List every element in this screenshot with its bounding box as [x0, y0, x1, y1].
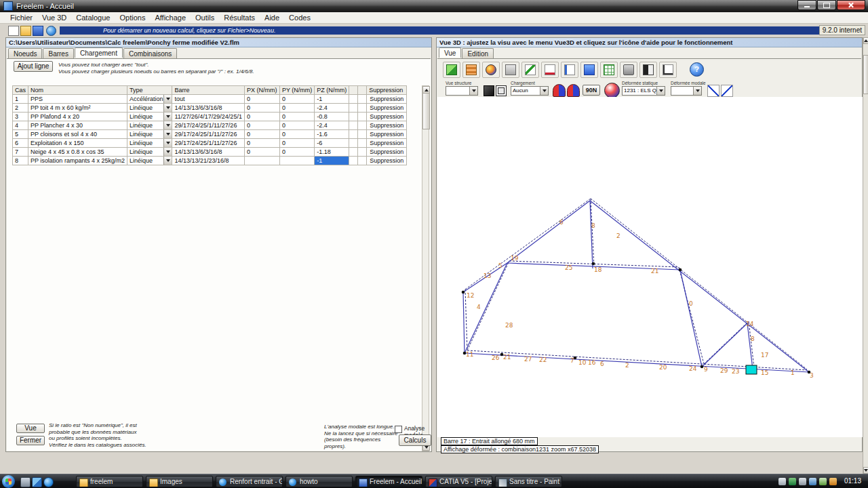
new-file-icon[interactable]	[8, 26, 19, 36]
menu-item-affichage[interactable]: Affichage	[150, 13, 191, 22]
cell-nom[interactable]: Exploitation 4 x 150	[28, 139, 127, 148]
cell-barre[interactable]: 14/13/13/6/3/16/8	[172, 104, 244, 113]
cell-pz[interactable]: -1.6	[315, 130, 349, 139]
cell-type-dropdown[interactable]: Linéique	[127, 157, 172, 165]
cell-nom[interactable]: PP cloisons et sol 4 x 40	[28, 130, 127, 139]
taskbar-button-freelem-accueil[interactable]: Freelem - Accueil	[355, 476, 422, 487]
cell-px[interactable]: 0	[244, 113, 279, 121]
save-icon[interactable]	[33, 26, 43, 36]
type-dropdown-arrow-icon[interactable]	[163, 148, 172, 156]
cell-type-dropdown[interactable]: Linéique	[127, 130, 172, 139]
cell-barre[interactable]: 29/17/24/25/1/11/27/26	[172, 130, 244, 139]
type-dropdown-arrow-icon[interactable]	[163, 113, 172, 121]
chargement-select[interactable]: Aucun	[511, 86, 549, 96]
deformed-sphere-icon[interactable]	[604, 83, 620, 98]
menu-item-fichier[interactable]: Fichier	[5, 13, 37, 22]
cell-px[interactable]: 0	[244, 121, 279, 130]
cell-barre[interactable]: 11/27/26/4/17/29/24/25/1	[172, 113, 244, 121]
dropdown-arrow-icon[interactable]	[656, 87, 665, 95]
cell-pz[interactable]: -6	[315, 139, 349, 148]
taskbar-button-catia-v5-projet-c[interactable]: CATIA V5 - [Projet c...	[425, 476, 492, 487]
cell-nom[interactable]: PP Plafond 4 x 20	[28, 113, 127, 121]
cell-nom[interactable]: PPS	[28, 95, 127, 104]
open-folder-icon[interactable]	[20, 26, 31, 36]
ajout-ligne-button[interactable]: Ajout ligne	[14, 61, 53, 72]
selected-bar-highlight[interactable]	[746, 365, 757, 374]
cell-px[interactable]: 0	[244, 104, 279, 113]
magnet-remove-icon[interactable]	[567, 84, 580, 97]
section-planes-button[interactable]	[462, 62, 480, 78]
vue-structure-select[interactable]	[446, 86, 478, 96]
rotate-90n-button[interactable]: 90N	[583, 85, 600, 96]
cell-nom[interactable]: Neige 4 x 45 x 0.8 x cos 35	[28, 148, 127, 157]
calculs-button[interactable]: Calculs	[399, 434, 431, 446]
analyse-modale-checkbox[interactable]	[395, 426, 402, 433]
cell-barre[interactable]: tout	[172, 95, 244, 104]
tab-edition[interactable]: Edition	[462, 48, 494, 58]
table-scrollbar[interactable]	[422, 85, 429, 451]
cell-py[interactable]: 0	[279, 148, 314, 157]
suppression-button[interactable]: Suppression	[367, 139, 407, 148]
taskbar-button-sans-titre-paint[interactable]: Sans titre - Paint	[495, 476, 562, 487]
taskbar-button-freelem[interactable]: freelem	[76, 476, 143, 487]
cell-py[interactable]: 0	[279, 121, 314, 130]
axes-button[interactable]	[659, 62, 677, 78]
tab-chargement[interactable]: Chargement	[75, 47, 123, 58]
suppression-button[interactable]: Suppression	[367, 113, 407, 121]
scroll-thumb[interactable]	[863, 55, 868, 94]
maximize-button[interactable]	[817, 0, 836, 10]
suppression-button[interactable]: Suppression	[367, 95, 407, 104]
dropdown-arrow-icon[interactable]	[693, 87, 701, 95]
minimize-button[interactable]	[797, 0, 816, 10]
cell-barre[interactable]: 29/17/24/25/1/11/27/26	[172, 121, 244, 130]
type-dropdown-arrow-icon[interactable]	[163, 139, 172, 147]
deformee-modale-select[interactable]	[671, 86, 702, 96]
suppression-button[interactable]: Suppression	[367, 130, 407, 139]
dropdown-arrow-icon[interactable]	[469, 87, 477, 95]
cell-type-dropdown[interactable]: Accélération	[127, 95, 172, 104]
visibility-button[interactable]	[639, 62, 657, 78]
tray-battery-icon[interactable]	[819, 478, 827, 485]
internet-icon[interactable]	[46, 26, 56, 36]
tray-update-icon[interactable]	[829, 478, 837, 485]
cell-nom[interactable]: PP isolation rampants 4 x 25kg/m2	[28, 157, 127, 165]
menu-item-options[interactable]: Options	[115, 13, 150, 22]
cell-pz[interactable]: -1.18	[315, 148, 349, 157]
taskbar-button-renfort-entrait-gal[interactable]: Renfort entrait - Gal...	[216, 476, 283, 487]
type-dropdown-arrow-icon[interactable]	[163, 157, 172, 165]
materials-button[interactable]	[620, 62, 637, 78]
cell-pz[interactable]: -1	[315, 95, 349, 104]
cell-type-dropdown[interactable]: Linéique	[127, 113, 172, 121]
tab-combinaisons[interactable]: Combinaisons	[123, 48, 177, 58]
render-sphere-button[interactable]	[482, 62, 500, 78]
tray-volume-icon[interactable]	[799, 478, 806, 485]
cell-type-dropdown[interactable]: Linéique	[127, 139, 172, 148]
cell-type-dropdown[interactable]: Linéique	[127, 148, 172, 157]
suppression-button[interactable]: Suppression	[367, 148, 407, 157]
tray-arrow-icon[interactable]	[778, 478, 786, 485]
menu-item-codes[interactable]: Codes	[284, 13, 315, 22]
view3d-canvas[interactable]: 1312428112621272252518216287101662202492…	[437, 97, 863, 437]
sketch-pencil-button[interactable]	[521, 62, 539, 78]
type-dropdown-arrow-icon[interactable]	[163, 121, 172, 129]
window-scrollbar[interactable]	[863, 37, 868, 474]
tab-barres[interactable]: Barres	[43, 48, 73, 58]
view-cube-button[interactable]	[443, 62, 460, 78]
cell-pz[interactable]: -0.8	[315, 113, 349, 121]
cell-barre[interactable]: 14/13/13/21/23/16/8	[172, 157, 244, 165]
suppression-button[interactable]: Suppression	[367, 121, 407, 130]
cell-nom[interactable]: PP Plancher 4 x 30	[28, 121, 127, 130]
type-dropdown-arrow-icon[interactable]	[163, 104, 172, 112]
grid-table-button[interactable]	[600, 62, 618, 78]
tab-vue[interactable]: Vue	[439, 47, 461, 58]
cell-py[interactable]	[279, 157, 314, 165]
suppression-button[interactable]: Suppression	[367, 157, 407, 165]
close-button[interactable]	[837, 0, 865, 10]
cell-py[interactable]: 0	[279, 104, 314, 113]
cell-py[interactable]: 0	[279, 113, 314, 121]
cell-py[interactable]: 0	[279, 130, 314, 139]
slope-line-alt-icon[interactable]	[721, 85, 733, 97]
wireframe-cube-icon[interactable]	[496, 85, 507, 96]
cell-px[interactable]	[244, 157, 279, 165]
menu-item-catalogue[interactable]: Catalogue	[71, 13, 115, 22]
